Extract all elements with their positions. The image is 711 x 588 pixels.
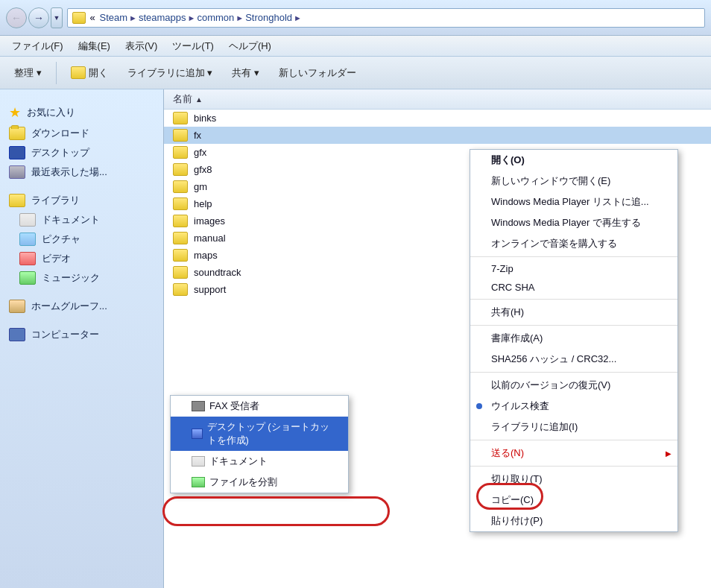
folder-name: support: [194, 284, 226, 295]
folder-name: maps: [194, 250, 218, 261]
sidebar-item-videos[interactable]: ビデオ: [4, 249, 159, 268]
folder-icon: [173, 232, 188, 244]
ctx-item-5[interactable]: 7-Zip: [470, 259, 677, 278]
file-row[interactable]: binks: [164, 110, 711, 127]
sep-3: ►: [236, 13, 244, 22]
sidebar-item-favorites[interactable]: ★ お気に入り: [4, 101, 159, 124]
ctx-item-11[interactable]: ウイルス検査: [470, 396, 677, 417]
ctx-item-9[interactable]: SHA256 ハッシュ / CRC32...: [470, 349, 677, 370]
download-icon: [9, 127, 25, 140]
ctx-sep: [470, 325, 677, 326]
folder-name: binks: [194, 113, 216, 124]
doc-icon: [19, 213, 36, 227]
breadcrumb-stronghold[interactable]: Stronghold: [245, 12, 292, 23]
breadcrumb-prefix: «: [87, 12, 98, 23]
ctx-item-label: 書庫作成(A): [491, 332, 543, 344]
sidebar-item-computer[interactable]: コンピューター: [4, 325, 159, 344]
new-folder-button[interactable]: 新しいフォルダー: [271, 61, 364, 85]
sendto-icon-doc: [192, 456, 205, 467]
sidebar-item-desktop[interactable]: デスクトップ: [4, 143, 159, 162]
menu-help[interactable]: ヘルプ(H): [221, 37, 279, 56]
open-button[interactable]: 開く: [63, 61, 116, 85]
ctx-item-14[interactable]: 切り取り(T): [470, 469, 677, 490]
organize-button[interactable]: 整理 ▾: [6, 61, 50, 85]
forward-button[interactable]: →: [28, 7, 49, 28]
ctx-item-label: 切り取り(T): [491, 473, 543, 484]
sidebar-item-documents[interactable]: ドキュメント: [4, 210, 159, 230]
folder-icon: [173, 180, 188, 193]
menu-view[interactable]: 表示(V): [118, 37, 165, 56]
ctx-item-label: コピー(C): [491, 494, 534, 505]
ctx-item-16[interactable]: 貼り付け(P): [470, 510, 677, 531]
ctx-sep: [470, 256, 677, 257]
documents-text: ドキュメント: [42, 213, 100, 227]
folder-icon: [173, 146, 188, 159]
sidebar-item-music[interactable]: ミュージック: [4, 268, 159, 288]
sep-4: ►: [294, 13, 302, 22]
favorites-label: [4, 95, 159, 101]
computer-icon: [9, 328, 25, 341]
breadcrumb-steam[interactable]: Steam: [99, 12, 127, 23]
back-button[interactable]: ←: [6, 7, 27, 28]
sendto-item-2[interactable]: ドキュメント: [171, 451, 348, 472]
file-row[interactable]: fx: [164, 127, 711, 144]
ctx-item-0[interactable]: 開く(O): [470, 150, 677, 171]
ctx-item-15[interactable]: コピー(C): [470, 490, 677, 510]
new-folder-label: 新しいフォルダー: [279, 66, 356, 80]
toolbar: 整理 ▾ 開く ライブラリに追加 ▾ 共有 ▾ 新しいフォルダー: [0, 57, 711, 89]
folder-icon: [72, 12, 86, 24]
sendto-item-1[interactable]: デスクトップ (ショートカットを作成): [171, 417, 348, 451]
sidebar-item-pictures[interactable]: ピクチャ: [4, 230, 159, 249]
sendto-item-0[interactable]: FAX 受信者: [171, 396, 348, 417]
video-icon: [19, 252, 36, 265]
ctx-item-13[interactable]: 送る(N)▶: [470, 443, 677, 464]
add-library-label: ライブラリに追加 ▾: [127, 66, 213, 80]
ctx-item-8[interactable]: 書庫作成(A): [470, 328, 677, 349]
toolbar-sep-1: [56, 62, 57, 84]
ctx-sep: [470, 299, 677, 300]
sendto-icon-desktop: [192, 429, 203, 439]
sidebar-item-homegroup[interactable]: ホームグルーフ...: [4, 297, 159, 316]
context-menu: 開く(O)新しいウィンドウで開く(E)Windows Media Player …: [470, 149, 678, 532]
sendto-item-3[interactable]: ファイルを分割: [171, 472, 348, 493]
sendto-item-label: FAX 受信者: [209, 399, 259, 413]
folder-icon: [71, 66, 86, 79]
folder-name: fx: [194, 130, 201, 141]
music-text: ミュージック: [42, 271, 100, 285]
breadcrumb-steamapps[interactable]: steamapps: [139, 12, 186, 23]
menu-tools[interactable]: ツール(T): [165, 37, 221, 56]
ctx-item-1[interactable]: 新しいウィンドウで開く(E): [470, 171, 677, 192]
breadcrumb: « Steam ► steamapps ► common ► Stronghol…: [67, 8, 705, 28]
ctx-item-12[interactable]: ライブラリに追加(I): [470, 417, 677, 437]
file-list-header[interactable]: 名前 ▲: [164, 89, 711, 110]
dropdown-button[interactable]: ▼: [51, 7, 63, 28]
share-button[interactable]: 共有 ▾: [224, 61, 268, 85]
ctx-item-6[interactable]: CRC SHA: [470, 278, 677, 297]
sendto-icon-split: [192, 477, 205, 487]
sidebar-item-recent[interactable]: 最近表示した場...: [4, 162, 159, 182]
menu-file[interactable]: ファイル(F): [4, 37, 71, 56]
folder-name: images: [194, 215, 225, 227]
add-library-button[interactable]: ライブラリに追加 ▾: [119, 61, 221, 85]
ctx-item-4[interactable]: オンラインで音楽を購入する: [470, 233, 677, 254]
menu-bar: ファイル(F) 編集(E) 表示(V) ツール(T) ヘルプ(H): [0, 36, 711, 57]
folder-name: manual: [194, 233, 226, 244]
ctx-item-label: 貼り付け(P): [491, 515, 543, 526]
sendto-item-label: ファイルを分割: [209, 475, 277, 489]
sendto-icon-fax: [192, 401, 205, 411]
menu-edit[interactable]: 編集(E): [71, 37, 118, 56]
music-icon: [19, 271, 36, 285]
ctx-item-label: 新しいウィンドウで開く(E): [491, 175, 610, 186]
folder-icon: [173, 249, 188, 262]
ctx-item-10[interactable]: 以前のバージョンの復元(V): [470, 375, 677, 396]
ctx-item-3[interactable]: Windows Media Player で再生する: [470, 212, 677, 233]
folder-icon: [173, 283, 188, 296]
sidebar-item-download[interactable]: ダウンロード: [4, 124, 159, 143]
folder-name: gm: [194, 181, 207, 192]
ctx-item-7[interactable]: 共有(H): [470, 302, 677, 323]
ctx-item-2[interactable]: Windows Media Player リストに追...: [470, 192, 677, 212]
sidebar-item-library-header[interactable]: ライブラリ: [4, 191, 159, 210]
ctx-item-label: Windows Media Player リストに追...: [491, 196, 649, 207]
column-name: 名前: [173, 92, 192, 106]
breadcrumb-common[interactable]: common: [197, 12, 234, 23]
